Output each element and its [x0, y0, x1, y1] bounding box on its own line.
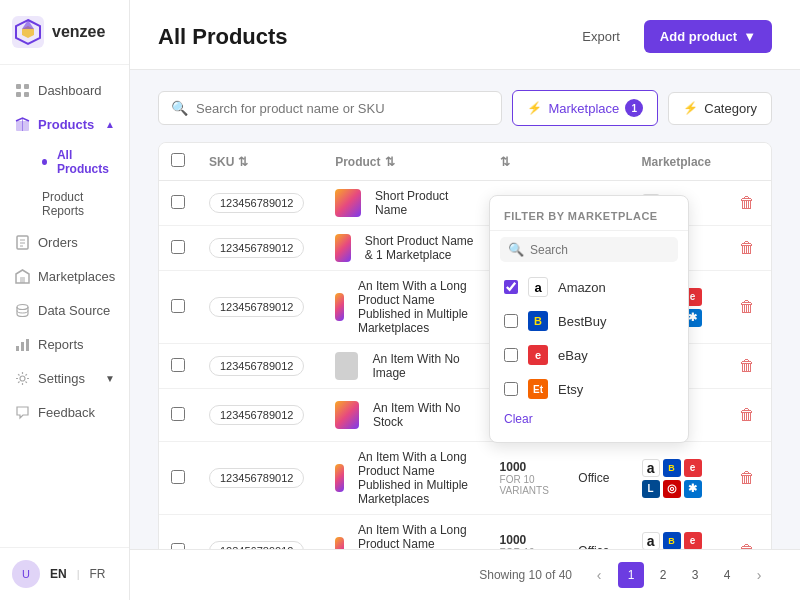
sidebar-item-label: Orders [38, 235, 78, 250]
sidebar-item-label: Reports [38, 337, 84, 352]
row-checkbox[interactable] [171, 240, 185, 254]
page-1-button[interactable]: 1 [618, 562, 644, 588]
sidebar-bottom: U EN | FR [0, 547, 129, 600]
svg-rect-6 [16, 92, 21, 97]
filter-icon: ⚡ [683, 101, 698, 115]
amazon-checkbox[interactable] [504, 280, 518, 294]
sidebar-item-label: Products [38, 117, 94, 132]
page-3-button[interactable]: 3 [682, 562, 708, 588]
delete-row-button[interactable]: 🗑 [735, 294, 759, 319]
page-2-button[interactable]: 2 [650, 562, 676, 588]
product-cell: An Item With a Long Product Name Publish… [335, 279, 475, 335]
sidebar-item-feedback[interactable]: Feedback [0, 395, 129, 429]
row-checkbox[interactable] [171, 543, 185, 550]
etsy-checkbox[interactable] [504, 382, 518, 396]
dropdown-item-ebay[interactable]: e eBay [490, 338, 688, 372]
etsy-icon: Et [528, 379, 548, 399]
row-checkbox[interactable] [171, 299, 185, 313]
svg-rect-5 [24, 84, 29, 89]
bestbuy-checkbox[interactable] [504, 314, 518, 328]
database-icon [14, 302, 30, 318]
sku-value: 123456789012 [209, 405, 304, 425]
dropdown-item-amazon[interactable]: a Amazon [490, 270, 688, 304]
sku-value: 123456789012 [209, 193, 304, 213]
sidebar-item-label: Dashboard [38, 83, 102, 98]
ebay-label: eBay [558, 348, 588, 363]
prev-page-button[interactable]: ‹ [586, 562, 612, 588]
sidebar-item-settings[interactable]: Settings ▼ [0, 361, 129, 395]
sidebar-item-dashboard[interactable]: Dashboard [0, 73, 129, 107]
delete-row-button[interactable]: 🗑 [735, 190, 759, 215]
sidebar-item-reports[interactable]: Reports [0, 327, 129, 361]
gear-icon [14, 370, 30, 386]
chevron-down-icon: ▼ [105, 373, 115, 384]
page-4-button[interactable]: 4 [714, 562, 740, 588]
row-checkbox[interactable] [171, 470, 185, 484]
marketplace-filter-button[interactable]: ⚡ Marketplace 1 [512, 90, 658, 126]
marketplace-filter-label: Marketplace [548, 101, 619, 116]
delete-row-button[interactable]: 🗑 [735, 353, 759, 378]
sidebar-item-data-source[interactable]: Data Source [0, 293, 129, 327]
sku-value: 123456789012 [209, 238, 304, 258]
delete-row-button[interactable]: 🗑 [735, 465, 759, 490]
dropdown-title: FILTER BY MARKETPLACE [490, 206, 688, 231]
product-cell: Short Product Name & 1 Marketplace [335, 234, 475, 262]
amazon-icon: a [642, 532, 660, 550]
sku-value: 123456789012 [209, 297, 304, 317]
sidebar-item-products[interactable]: Products ▲ [0, 107, 129, 141]
category-filter-button[interactable]: ⚡ Category [668, 92, 772, 125]
sidebar-item-marketplaces[interactable]: Marketplaces [0, 259, 129, 293]
product-cell: An Item With No Image [335, 352, 475, 380]
export-button[interactable]: Export [570, 21, 632, 52]
search-input[interactable] [196, 101, 489, 116]
sidebar-navigation: Dashboard Products ▲ All Products Produc… [0, 65, 129, 547]
next-page-button[interactable]: › [746, 562, 772, 588]
product-thumbnail [335, 464, 344, 492]
add-product-button[interactable]: Add product ▼ [644, 20, 772, 53]
select-all-checkbox[interactable] [171, 153, 185, 167]
dropdown-item-etsy[interactable]: Et Etsy [490, 372, 688, 406]
delete-row-button[interactable]: 🗑 [735, 538, 759, 549]
row-checkbox[interactable] [171, 407, 185, 421]
dropdown-item-bestbuy[interactable]: B BestBuy [490, 304, 688, 338]
dropdown-search-input[interactable] [530, 243, 670, 257]
sidebar-item-orders[interactable]: Orders [0, 225, 129, 259]
products-sub-nav: All Products Product Reports [0, 141, 129, 225]
lang-fr-button[interactable]: FR [86, 565, 110, 583]
delete-row-button[interactable]: 🗑 [735, 402, 759, 427]
stock-count: 1000 [500, 533, 555, 547]
feedback-icon [14, 404, 30, 420]
product-cell: An Item With a Long Product Name Publish… [335, 450, 475, 506]
lang-en-button[interactable]: EN [46, 565, 71, 583]
delete-row-button[interactable]: 🗑 [735, 235, 759, 260]
row-checkbox[interactable] [171, 358, 185, 372]
row-checkbox[interactable] [171, 195, 185, 209]
sub-nav-label: Product Reports [42, 190, 115, 218]
sidebar-item-all-products[interactable]: All Products [28, 141, 129, 183]
stock-column-header: ⇅ [488, 143, 567, 181]
sku-value: 123456789012 [209, 468, 304, 488]
stock-cell: 1000FOR 10 VARIANTS [500, 533, 555, 549]
svg-point-15 [17, 304, 28, 309]
product-name: An Item With a Long Product Name Publish… [358, 523, 476, 549]
sort-icon: ⇅ [385, 155, 395, 169]
svg-rect-17 [21, 342, 24, 351]
ebay-icon: e [684, 459, 702, 477]
search-box[interactable]: 🔍 [158, 91, 502, 125]
product-name: An Item With a Long Product Name Publish… [358, 279, 476, 335]
product-cell: An Item With No Stock [335, 401, 475, 429]
category-cell: Office [566, 442, 629, 515]
amazon-icon: a [642, 459, 660, 477]
sort-icon: ⇅ [238, 155, 248, 169]
ebay-checkbox[interactable] [504, 348, 518, 362]
clear-filter-button[interactable]: Clear [490, 406, 688, 432]
dropdown-search-box[interactable]: 🔍 [500, 237, 678, 262]
sidebar-item-product-reports[interactable]: Product Reports [28, 183, 129, 225]
table-row: 123456789012 An Item With a Long Product… [159, 515, 771, 550]
stock-count: 1000 [500, 460, 555, 474]
product-thumbnail [335, 234, 351, 262]
amazon-label: Amazon [558, 280, 606, 295]
sidebar-item-label: Feedback [38, 405, 95, 420]
svg-rect-7 [24, 92, 29, 97]
table-row: 123456789012 An Item With a Long Product… [159, 442, 771, 515]
